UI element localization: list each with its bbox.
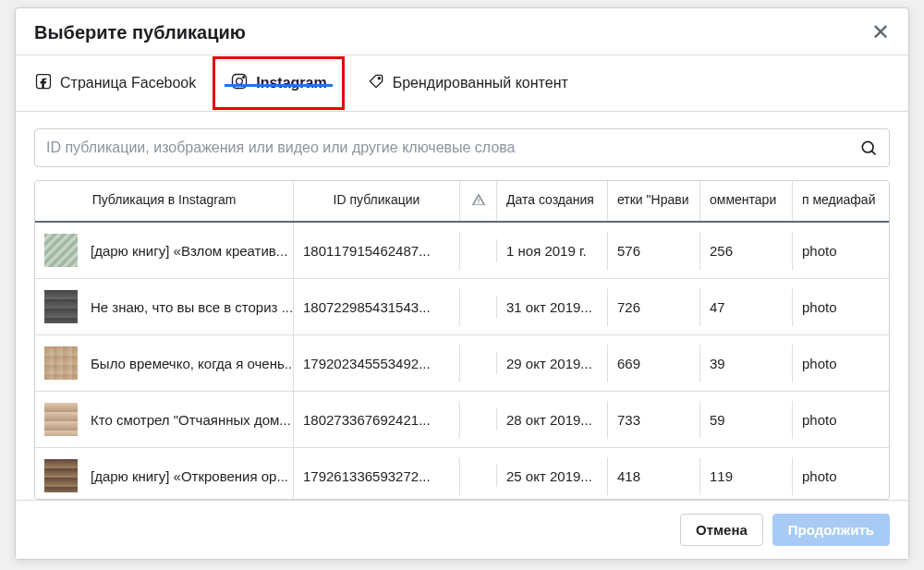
- post-likes: 726: [608, 288, 700, 326]
- tab-highlight-box: Instagram: [213, 56, 344, 110]
- post-warning: [460, 408, 497, 431]
- post-likes: 669: [608, 345, 700, 382]
- th-warning[interactable]: [460, 181, 497, 221]
- post-date: 29 окт 2019...: [497, 345, 608, 382]
- svg-point-5: [862, 141, 873, 152]
- tab-branded[interactable]: Брендированный контент: [367, 55, 568, 111]
- svg-point-4: [378, 78, 380, 79]
- modal-title: Выберите публикацию: [34, 22, 246, 43]
- search-wrap: [34, 128, 890, 167]
- post-warning: [460, 296, 497, 318]
- tab-label: Брендированный контент: [393, 75, 568, 91]
- post-date: 1 ноя 2019 г.: [497, 232, 608, 270]
- post-media: photo: [793, 401, 885, 439]
- post-thumbnail: [44, 290, 78, 323]
- th-media[interactable]: п медиафай: [793, 181, 885, 221]
- instagram-icon: [230, 72, 249, 94]
- table-head: Публикация в Instagram ID публикации Дат…: [35, 181, 889, 223]
- tab-label: Instagram: [256, 75, 326, 91]
- post-comments: 256: [700, 232, 793, 270]
- warning-icon: [471, 195, 486, 210]
- post-thumbnail: [44, 459, 78, 492]
- post-title: [дарю книгу] «Откровения ор...: [91, 468, 288, 484]
- post-comments: 59: [700, 401, 793, 439]
- table-body[interactable]: [дарю книгу] «Взлом креатив... 180117915…: [35, 223, 889, 499]
- post-id: 180722985431543...: [294, 288, 460, 326]
- post-thumbnail: [44, 346, 78, 380]
- close-icon[interactable]: ✕: [871, 21, 890, 43]
- table-row[interactable]: Не знаю, что вы все в сториз ... 1807229…: [35, 278, 889, 334]
- svg-point-2: [237, 79, 243, 85]
- facebook-icon: [34, 72, 53, 94]
- tab-label: Страница Facebook: [60, 75, 196, 91]
- search-icon[interactable]: [859, 139, 878, 157]
- post-warning: [460, 352, 497, 374]
- th-date[interactable]: Дата создания: [497, 181, 608, 221]
- select-post-modal: Выберите публикацию ✕ Страница Facebook …: [15, 7, 909, 560]
- tabs: Страница Facebook Instagram Брендированн…: [16, 55, 908, 111]
- tab-instagram[interactable]: Instagram: [230, 72, 326, 94]
- th-post[interactable]: Публикация в Instagram: [35, 181, 294, 221]
- th-likes[interactable]: етки "Нрави: [608, 181, 700, 221]
- th-id[interactable]: ID публикации: [294, 181, 460, 221]
- post-media: photo: [793, 288, 885, 326]
- table-row[interactable]: [дарю книгу] «Откровения ор... 179261336…: [35, 447, 889, 499]
- continue-button[interactable]: Продолжить: [772, 514, 890, 546]
- post-thumbnail: [44, 234, 78, 267]
- svg-point-3: [243, 77, 245, 79]
- post-warning: [460, 239, 497, 261]
- modal-footer: Отмена Продолжить: [16, 500, 908, 559]
- post-id: 180273367692421...: [294, 401, 460, 439]
- post-comments: 39: [700, 345, 793, 382]
- post-title: Не знаю, что вы все в сториз ...: [91, 299, 293, 315]
- tab-facebook[interactable]: Страница Facebook: [34, 55, 196, 111]
- post-comments: 119: [700, 457, 793, 495]
- post-title: Кто смотрел "Отчаянных дом...: [91, 412, 291, 428]
- svg-line-6: [871, 151, 875, 154]
- modal-header: Выберите публикацию ✕: [16, 8, 908, 55]
- post-likes: 418: [608, 457, 700, 495]
- table-row[interactable]: Было времечко, когда я очень... 17920234…: [35, 334, 889, 391]
- post-media: photo: [793, 457, 885, 495]
- post-likes: 733: [608, 401, 700, 439]
- table-row[interactable]: Кто смотрел "Отчаянных дом... 1802733676…: [35, 391, 889, 447]
- post-id: 179261336593272...: [294, 457, 460, 495]
- post-id: 179202345553492...: [294, 345, 460, 382]
- search-input[interactable]: [46, 139, 859, 156]
- tag-icon: [367, 72, 385, 94]
- post-date: 25 окт 2019...: [497, 457, 608, 495]
- th-comments[interactable]: омментари: [700, 181, 793, 221]
- cancel-button[interactable]: Отмена: [680, 514, 763, 546]
- post-title: [дарю книгу] «Взлом креатив...: [91, 243, 287, 259]
- table-row[interactable]: [дарю книгу] «Взлом креатив... 180117915…: [35, 223, 889, 278]
- post-comments: 47: [700, 288, 793, 326]
- post-warning: [460, 465, 497, 487]
- post-media: photo: [793, 345, 885, 382]
- post-date: 28 окт 2019...: [497, 401, 608, 439]
- post-thumbnail: [44, 403, 78, 436]
- post-date: 31 окт 2019...: [497, 288, 608, 326]
- post-title: Было времечко, когда я очень...: [91, 356, 294, 371]
- post-media: photo: [793, 232, 885, 270]
- post-id: 180117915462487...: [294, 232, 460, 270]
- content-area: Публикация в Instagram ID публикации Дат…: [16, 112, 908, 500]
- posts-table: Публикация в Instagram ID публикации Дат…: [34, 180, 890, 500]
- post-likes: 576: [608, 232, 700, 270]
